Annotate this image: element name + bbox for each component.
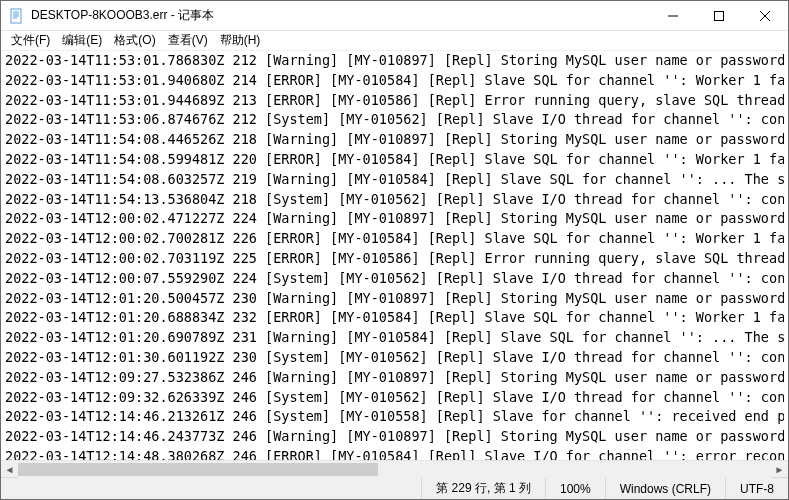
log-line[interactable]: 2022-03-14T12:09:27.532386Z 246 [Warning…: [5, 368, 784, 388]
statusbar: 第 229 行, 第 1 列 100% Windows (CRLF) UTF-8: [1, 477, 788, 499]
window-title: DESKTOP-8KOOOB3.err - 记事本: [31, 7, 650, 24]
log-line[interactable]: 2022-03-14T11:54:08.603257Z 219 [Warning…: [5, 170, 784, 190]
log-line[interactable]: 2022-03-14T12:01:20.688834Z 232 [ERROR] …: [5, 308, 784, 328]
menu-format[interactable]: 格式(O): [108, 32, 161, 49]
log-line[interactable]: 2022-03-14T12:00:02.700281Z 226 [ERROR] …: [5, 229, 784, 249]
svg-rect-6: [715, 11, 724, 20]
status-encoding: UTF-8: [725, 478, 788, 499]
log-line[interactable]: 2022-03-14T11:54:08.446526Z 218 [Warning…: [5, 130, 784, 150]
log-line[interactable]: 2022-03-14T11:54:08.599481Z 220 [ERROR] …: [5, 150, 784, 170]
titlebar[interactable]: DESKTOP-8KOOOB3.err - 记事本: [1, 1, 788, 31]
log-line[interactable]: 2022-03-14T12:14:48.380268Z 246 [ERROR] …: [5, 447, 784, 460]
log-line[interactable]: 2022-03-14T12:01:30.601192Z 230 [System]…: [5, 348, 784, 368]
notepad-window: DESKTOP-8KOOOB3.err - 记事本 文件(F) 编辑(E) 格式…: [0, 0, 789, 500]
maximize-button[interactable]: [696, 1, 742, 30]
status-lineending: Windows (CRLF): [605, 478, 725, 499]
log-line[interactable]: 2022-03-14T11:53:06.874676Z 212 [System]…: [5, 110, 784, 130]
log-line[interactable]: 2022-03-14T11:54:13.536804Z 218 [System]…: [5, 190, 784, 210]
minimize-button[interactable]: [650, 1, 696, 30]
log-line[interactable]: 2022-03-14T12:01:20.500457Z 230 [Warning…: [5, 289, 784, 309]
horizontal-scrollbar[interactable]: ◄ ►: [1, 460, 788, 477]
log-line[interactable]: 2022-03-14T12:14:46.213261Z 246 [System]…: [5, 407, 784, 427]
log-line[interactable]: 2022-03-14T12:14:46.243773Z 246 [Warning…: [5, 427, 784, 447]
log-line[interactable]: 2022-03-14T12:00:02.703119Z 225 [ERROR] …: [5, 249, 784, 269]
scroll-left-arrow[interactable]: ◄: [1, 461, 18, 478]
log-line[interactable]: 2022-03-14T11:53:01.786830Z 212 [Warning…: [5, 51, 784, 71]
text-area[interactable]: 2022-03-14T11:53:01.786830Z 212 [Warning…: [1, 51, 788, 460]
log-line[interactable]: 2022-03-14T12:00:07.559290Z 224 [System]…: [5, 269, 784, 289]
log-line[interactable]: 2022-03-14T11:53:01.940680Z 214 [ERROR] …: [5, 71, 784, 91]
menu-view[interactable]: 查看(V): [162, 32, 214, 49]
status-position: 第 229 行, 第 1 列: [421, 478, 545, 499]
app-icon: [9, 8, 25, 24]
log-line[interactable]: 2022-03-14T12:01:20.690789Z 231 [Warning…: [5, 328, 784, 348]
close-button[interactable]: [742, 1, 788, 30]
menu-file[interactable]: 文件(F): [5, 32, 56, 49]
menu-help[interactable]: 帮助(H): [214, 32, 267, 49]
log-line[interactable]: 2022-03-14T11:53:01.944689Z 213 [ERROR] …: [5, 91, 784, 111]
log-line[interactable]: 2022-03-14T12:00:02.471227Z 224 [Warning…: [5, 209, 784, 229]
scroll-right-arrow[interactable]: ►: [771, 461, 788, 478]
status-zoom: 100%: [545, 478, 605, 499]
menu-edit[interactable]: 编辑(E): [56, 32, 108, 49]
menubar: 文件(F) 编辑(E) 格式(O) 查看(V) 帮助(H): [1, 31, 788, 51]
scroll-thumb[interactable]: [18, 463, 378, 476]
window-buttons: [650, 1, 788, 30]
scroll-track[interactable]: [18, 461, 771, 478]
log-line[interactable]: 2022-03-14T12:09:32.626339Z 246 [System]…: [5, 388, 784, 408]
